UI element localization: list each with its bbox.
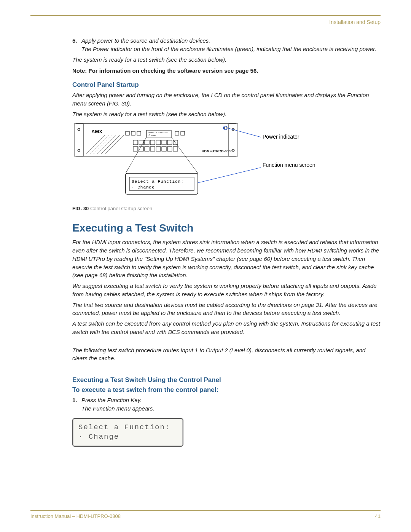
footer-page-number: 41 [375, 513, 381, 519]
svg-rect-29 [167, 140, 172, 145]
zoom-lcd-line2: · Change [132, 185, 155, 190]
svg-rect-28 [162, 140, 166, 145]
device-model-label: HDMI-UTPRO-0808 [202, 149, 233, 153]
fig30-label: FIG. 30 [72, 206, 89, 211]
exec-step-1-number: 1. [72, 396, 81, 413]
svg-rect-26 [150, 140, 155, 145]
svg-rect-17 [126, 131, 129, 135]
svg-rect-36 [162, 147, 166, 151]
exec-p2: We suggest executing a test switch to ve… [72, 282, 381, 299]
svg-rect-19 [137, 131, 141, 135]
step-5: 5. Apply power to the source and destina… [72, 37, 381, 53]
svg-rect-25 [145, 140, 149, 145]
svg-rect-34 [150, 147, 155, 151]
lcd-line-2: · Change [78, 432, 177, 442]
svg-rect-37 [167, 147, 172, 151]
svg-rect-18 [131, 131, 135, 135]
svg-rect-24 [139, 140, 143, 145]
svg-rect-35 [156, 147, 161, 151]
exec-step-1-a: Press the Function Key. [81, 396, 381, 404]
note-software-version: Note: For information on checking the so… [72, 67, 381, 75]
svg-rect-1 [74, 124, 83, 156]
zoom-lcd-line1: Select a Function: [132, 179, 184, 184]
exec-p3: The first two source and destination dev… [72, 301, 381, 318]
heading-control-panel-startup: Control Panel Startup [72, 81, 381, 89]
svg-rect-38 [173, 147, 178, 151]
lcd-line-1: Select a Function: [78, 423, 177, 433]
fig30-caption-text: Control panel startup screen [90, 206, 152, 211]
heading-to-execute-from-control-panel: To execute a test switch from the contro… [72, 386, 381, 394]
cps-paragraph-1: After applying power and turning on the … [72, 91, 381, 108]
svg-text:Select a Function:: Select a Function: [148, 132, 168, 134]
heading-executing-test-switch: Executing a Test Switch [72, 222, 381, 234]
callout-function-menu: Function menu screen [263, 162, 315, 168]
svg-rect-20 [175, 131, 179, 135]
exec-step-1: 1. Press the Function Key. The Function … [72, 396, 381, 413]
cps-paragraph-2: The system is ready for a test switch (s… [72, 110, 381, 118]
svg-rect-27 [156, 140, 161, 145]
heading-exec-using-control-panel: Executing a Test Switch Using the Contro… [72, 376, 381, 384]
svg-line-46 [198, 168, 261, 183]
header-section: Installation and Setup [30, 19, 381, 25]
exec-step-1-b: The Function menu appears. [81, 404, 381, 413]
callout-power-indicator: Power indicator [263, 134, 299, 140]
step-5-line2: The Power indicator on the front of the … [81, 45, 381, 53]
exec-p1: For the HDMI input connectors, the syste… [72, 238, 381, 280]
ready-text-1: The system is ready for a test switch (s… [72, 56, 381, 64]
device-brand: AMX [91, 129, 102, 134]
svg-text:·Change: ·Change [148, 134, 156, 137]
svg-rect-31 [133, 147, 138, 151]
svg-rect-23 [133, 140, 138, 145]
lcd-display: Select a Function: · Change [72, 418, 183, 447]
step-5-number: 5. [72, 37, 81, 53]
svg-point-39 [224, 127, 226, 129]
svg-rect-21 [181, 131, 185, 135]
exec-p5: The following test switch procedure rout… [72, 346, 381, 363]
step-5-line1: Apply power to the source and destinatio… [81, 37, 381, 45]
figure-30: AMX Select a Function: ·Change [72, 122, 381, 211]
footer-left: Instruction Manual – HDMI-UTPRO-0808 [30, 513, 121, 519]
svg-rect-33 [145, 147, 149, 151]
exec-p4: A test switch can be executed from any c… [72, 320, 381, 336]
